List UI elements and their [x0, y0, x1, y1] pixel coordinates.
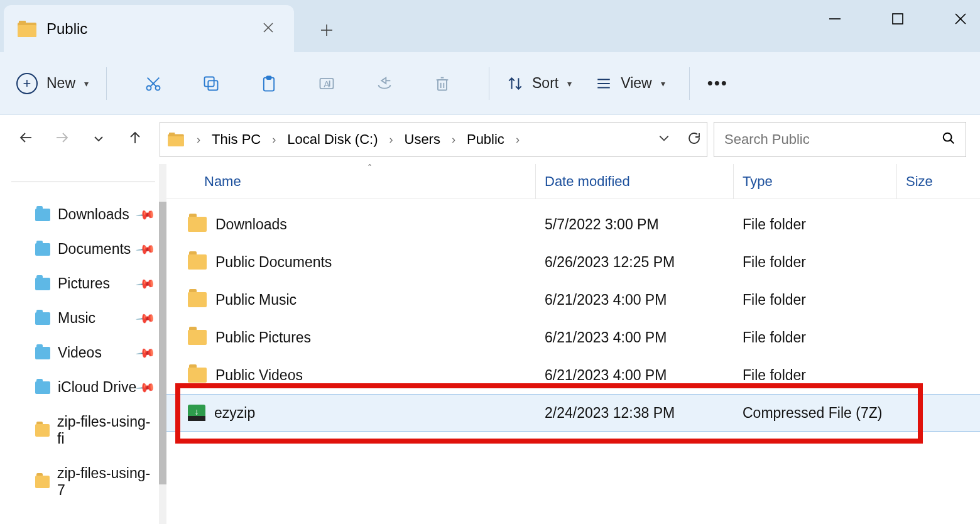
- close-window-button[interactable]: [947, 6, 974, 32]
- sidebar-item-icloud[interactable]: iCloud Drive 📌: [0, 370, 166, 405]
- file-row[interactable]: Public Music 6/21/2023 4:00 PM File fold…: [166, 281, 980, 319]
- sort-button[interactable]: Sort ▾: [507, 75, 572, 92]
- svg-rect-37: [168, 136, 183, 146]
- maximize-button[interactable]: [885, 6, 911, 32]
- sidebar-item-downloads[interactable]: Downloads 📌: [0, 197, 166, 232]
- folder-icon: [188, 368, 207, 383]
- chevron-down-icon: ▾: [84, 79, 89, 89]
- sidebar-item-documents[interactable]: Documents 📌: [0, 232, 166, 266]
- chevron-right-icon[interactable]: ›: [384, 133, 398, 146]
- file-row[interactable]: Public Pictures 6/21/2023 4:00 PM File f…: [166, 319, 980, 356]
- file-date: 6/21/2023 4:00 PM: [536, 367, 734, 384]
- view-label: View: [621, 75, 651, 92]
- view-icon: [596, 75, 612, 92]
- paste-button[interactable]: [256, 75, 281, 92]
- folder-icon: [35, 312, 50, 325]
- column-header-date[interactable]: Date modified: [536, 164, 734, 199]
- file-name: Public Documents: [215, 254, 332, 271]
- sidebar-item-zip1[interactable]: zip-files-using-fi: [0, 405, 166, 456]
- scrollbar-thumb[interactable]: [159, 202, 166, 484]
- breadcrumb-local-disk[interactable]: Local Disk (C:): [285, 131, 380, 148]
- folder-icon: [35, 381, 50, 394]
- column-headers: Name Date modified Type Size: [166, 164, 980, 199]
- toolbar: + New ▾ A Sort ▾ View ▾ •••: [0, 52, 980, 115]
- address-dropdown-button[interactable]: [658, 132, 670, 147]
- pin-icon: 📌: [135, 204, 157, 225]
- chevron-right-icon[interactable]: ›: [192, 133, 205, 146]
- svg-rect-23: [438, 80, 447, 90]
- file-name: Public Pictures: [215, 329, 311, 346]
- column-header-name[interactable]: Name: [166, 164, 536, 199]
- rename-button[interactable]: A: [314, 75, 339, 92]
- breadcrumb-public[interactable]: Public: [464, 131, 507, 148]
- view-button[interactable]: View ▾: [596, 75, 665, 92]
- folder-icon: [168, 133, 184, 146]
- file-type: Compressed File (7Z): [734, 405, 897, 422]
- file-row[interactable]: Public Documents 6/26/2023 12:25 PM File…: [166, 243, 980, 281]
- new-button[interactable]: + New ▾: [16, 73, 89, 94]
- close-tab-button[interactable]: [256, 18, 280, 40]
- svg-rect-8: [893, 14, 903, 24]
- sidebar-item-pictures[interactable]: Pictures 📌: [0, 266, 166, 301]
- sidebar-item-zip2[interactable]: zip-files-using-7: [0, 456, 166, 508]
- svg-rect-15: [208, 80, 217, 90]
- sidebar-item-videos[interactable]: Videos 📌: [0, 336, 166, 370]
- back-button[interactable]: [13, 130, 38, 149]
- refresh-button[interactable]: [687, 131, 702, 148]
- sidebar-item-label: zip-files-using-7: [57, 465, 154, 499]
- file-date: 6/21/2023 4:00 PM: [536, 329, 734, 346]
- forward-button[interactable]: [50, 130, 75, 149]
- search-icon[interactable]: [942, 131, 956, 148]
- tab-public[interactable]: Public: [4, 5, 294, 52]
- folder-icon: [18, 21, 36, 37]
- folder-icon: [35, 424, 50, 437]
- sidebar-item-label: Videos: [58, 344, 102, 361]
- file-row[interactable]: Public Videos 6/21/2023 4:00 PM File fol…: [166, 356, 980, 394]
- chevron-right-icon[interactable]: ›: [447, 133, 460, 146]
- sort-icon: [507, 75, 523, 92]
- navigation-row: › This PC › Local Disk (C:) › Users › Pu…: [0, 115, 980, 164]
- breadcrumb-this-pc[interactable]: This PC: [209, 131, 263, 148]
- sidebar-item-label: Pictures: [58, 275, 110, 292]
- chevron-down-icon: ▾: [661, 79, 665, 89]
- window-controls: [822, 0, 974, 38]
- sidebar-item-label: Documents: [58, 241, 131, 258]
- svg-rect-16: [205, 77, 214, 86]
- folder-icon: [188, 217, 207, 232]
- tab-title: Public: [46, 20, 256, 38]
- folder-icon: [188, 292, 207, 307]
- archive-icon: ↓: [188, 405, 205, 421]
- up-button[interactable]: [122, 130, 148, 149]
- chevron-right-icon[interactable]: ›: [511, 133, 525, 146]
- folder-icon: [35, 243, 50, 256]
- address-bar[interactable]: › This PC › Local Disk (C:) › Users › Pu…: [160, 122, 707, 157]
- more-button[interactable]: •••: [707, 74, 728, 93]
- delete-button[interactable]: [430, 75, 455, 92]
- sort-label: Sort: [532, 75, 558, 92]
- svg-point-39: [944, 133, 952, 141]
- sidebar-item-label: zip-files-using-fi: [57, 413, 154, 447]
- chevron-right-icon[interactable]: ›: [267, 133, 281, 146]
- svg-rect-1: [18, 25, 36, 37]
- file-row[interactable]: Downloads 5/7/2022 3:00 PM File folder: [166, 205, 980, 243]
- folder-icon: [188, 330, 207, 345]
- recent-locations-button[interactable]: [86, 131, 111, 148]
- svg-rect-2: [19, 21, 26, 24]
- svg-rect-18: [267, 76, 271, 79]
- sidebar-item-music[interactable]: Music 📌: [0, 301, 166, 336]
- cut-button[interactable]: [141, 75, 166, 92]
- column-header-size[interactable]: Size: [897, 164, 980, 199]
- share-button[interactable]: [372, 75, 397, 92]
- separator: [11, 182, 155, 182]
- search-input[interactable]: [724, 131, 913, 148]
- copy-button[interactable]: [199, 75, 224, 92]
- minimize-button[interactable]: [822, 6, 848, 32]
- search-box[interactable]: [714, 122, 966, 157]
- file-list-pane: ˄ Name Date modified Type Size Downloads…: [166, 164, 980, 524]
- column-header-type[interactable]: Type: [734, 164, 897, 199]
- file-date: 6/21/2023 4:00 PM: [536, 292, 734, 308]
- breadcrumb-users[interactable]: Users: [402, 131, 443, 148]
- file-row-selected[interactable]: ↓ezyzip 2/24/2023 12:38 PM Compressed Fi…: [166, 394, 980, 432]
- folder-icon: [188, 254, 207, 270]
- new-tab-button[interactable]: [313, 19, 340, 43]
